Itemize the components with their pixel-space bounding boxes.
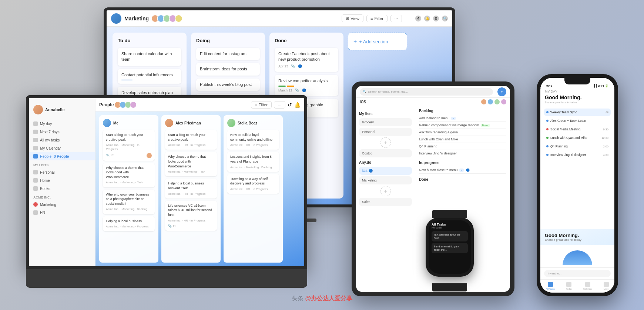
sidebar-item-hr[interactable]: HR xyxy=(29,209,95,217)
iphone-input-field[interactable]: I want to... xyxy=(544,270,611,277)
grid-icon[interactable]: ⊞ xyxy=(433,16,439,21)
refresh-icon[interactable]: ↺ xyxy=(288,102,292,108)
tab-all-tasks[interactable]: All Tasks xyxy=(546,282,555,290)
calendar-tab-icon xyxy=(585,282,590,287)
tab-calendar[interactable]: Calendar xyxy=(583,282,592,290)
tab-more[interactable]: More xyxy=(604,282,609,290)
sidebar-item-people[interactable]: People 0 People xyxy=(29,152,95,160)
laptop-kanban-card[interactable]: Helping a local business reinvent itself… xyxy=(165,179,217,198)
watch-title: All Tasks xyxy=(432,223,468,226)
laptop-screen: Annabelle My day Next 7 days All my task… xyxy=(26,95,307,269)
kanban-card[interactable]: Brainstorm ideas for posts xyxy=(196,63,260,75)
task-badge: × xyxy=(451,117,456,120)
tab-label: Today xyxy=(566,288,572,290)
sidebar-item-next7[interactable]: Next 7 days xyxy=(29,128,95,136)
ipad-task-item[interactable]: Ask Tom regarding Algeria xyxy=(419,129,506,136)
task-user-badge: 🔵 xyxy=(466,169,470,172)
laptop-kanban-card[interactable]: Start a blog to reach your creative peak… xyxy=(103,130,155,161)
iphone-greeting-section: Good Morning. Share a great task for tod… xyxy=(540,229,614,245)
laptop-device: Annabelle My day Next 7 days All my task… xyxy=(26,95,307,288)
sidebar-item-personal[interactable]: Personal xyxy=(29,168,95,176)
bell-icon[interactable]: 🔔 xyxy=(424,16,430,21)
watch-band-top xyxy=(432,210,467,218)
greeting-text: Good Morning. xyxy=(545,233,610,238)
ipad-task-item[interactable]: Interview Jing Yi designer xyxy=(419,150,506,157)
iphone-task-item[interactable]: Weekly Team Sync All xyxy=(544,109,611,116)
iphone-header: MY DAY Good Morning. Share a great task … xyxy=(540,88,614,106)
laptop-kanban-card[interactable]: Start a blog to reach your creative peak… xyxy=(165,130,217,150)
ipad-list-item-grocery[interactable]: Grocery xyxy=(359,118,412,126)
filter-btn[interactable]: ≡ Filter xyxy=(251,101,272,109)
iphone-task-item[interactable]: Alex Green + Tarek Loten xyxy=(544,117,611,124)
sidebar-item-myday[interactable]: My day xyxy=(29,120,95,128)
iphone-task-item[interactable]: Lunch with Cyan and Mike 12:30 xyxy=(544,134,611,141)
sidebar-item-home[interactable]: Home xyxy=(29,176,95,184)
laptop-kanban-card[interactable]: Traveling as a way of self-discovery and… xyxy=(227,174,279,194)
view-button[interactable]: ⊞ View xyxy=(342,14,363,22)
ipad-list-item-marketing[interactable]: Marketing xyxy=(359,176,412,184)
more-options-btn[interactable]: ··· xyxy=(274,101,285,109)
me-column: Me Start a blog to reach your creative p… xyxy=(99,115,158,263)
tab-today[interactable]: Today xyxy=(566,282,572,290)
laptop-kanban-card[interactable]: Lessons and insights from 8 years of Pla… xyxy=(227,152,279,171)
people-count-badge: 0 People xyxy=(54,154,69,159)
top-avatar-3 xyxy=(494,99,500,104)
add-anydo-button[interactable]: + xyxy=(380,186,391,196)
watch-subtitle: Personal xyxy=(432,226,468,229)
stella-name: Stella Boaz xyxy=(238,121,257,125)
sidebar-item-calendar[interactable]: My Calendar xyxy=(29,144,95,152)
kanban-card[interactable]: Share content calendar with team xyxy=(118,48,181,66)
sidebar-item-marketing[interactable]: Marketing xyxy=(29,200,95,209)
laptop-kanban-card[interactable]: Life sciences VC a16com raises $340 mill… xyxy=(165,201,217,231)
kanban-card[interactable]: Publish this week's blog post xyxy=(196,79,260,91)
ipad-task-item[interactable]: Lunch with Cyan and Mike xyxy=(419,136,506,143)
ipad-task-item[interactable]: Next button close to menu × 🔵 xyxy=(419,167,506,174)
me-name: Me xyxy=(113,121,118,125)
kanban-card[interactable]: Edit content for Instagram xyxy=(196,48,260,60)
marketing-dot-icon xyxy=(33,202,38,207)
more-button[interactable]: ··· xyxy=(390,15,402,22)
bell-icon-laptop[interactable]: 🔔 xyxy=(294,102,301,108)
task-badge: Done xyxy=(481,124,490,127)
search-icon[interactable]: 🔍 xyxy=(442,16,448,21)
ipad-add-button[interactable]: + xyxy=(497,87,506,96)
iphone-task-item[interactable]: Social Media Meeting 9:30 xyxy=(544,126,611,133)
sync-icon[interactable]: ↺ xyxy=(415,16,421,21)
kanban-card[interactable]: Create Facebook post about new product p… xyxy=(275,48,338,72)
iphone-task-item[interactable]: Q4 Planning 2:00 xyxy=(544,143,611,150)
books-icon xyxy=(33,186,38,191)
laptop-kanban-card[interactable]: Why choose a theme that looks good with … xyxy=(103,163,155,187)
backlog-title: Backlog xyxy=(419,109,506,113)
laptop-kanban-card[interactable]: Where to grow your business as a photogr… xyxy=(103,190,155,214)
add-section-button[interactable]: + + Add section xyxy=(348,33,407,50)
people-icon xyxy=(33,154,38,159)
ipad-task-item[interactable]: Q4 Planning xyxy=(419,143,506,150)
laptop-kanban-card[interactable]: Helping a local business Acme Inc. · Mar… xyxy=(103,216,155,231)
done-title: Done xyxy=(419,177,506,181)
ipad-task-item[interactable]: Rebuild component of ios merge random Do… xyxy=(419,122,506,129)
iphone-frame: 9:41 ▐▐ WiFi 🔋 MY DAY Good Morning. Shar… xyxy=(537,74,618,296)
watch-band-bottom xyxy=(432,283,467,291)
laptop-main-content: People ≡ Filter ··· ↺ 🔔 xyxy=(95,98,304,266)
backlog-section: Backlog Add Iceland to menu × Rebuild co… xyxy=(419,109,506,157)
iphone-task-item[interactable]: Interview Jing Yi designer 4:30 xyxy=(544,151,611,159)
ipad-task-item[interactable]: Add Iceland to menu × xyxy=(419,115,506,122)
ipad-list-item-personal[interactable]: Personal xyxy=(359,128,412,136)
kanban-card[interactable]: Review competitor analysis March 12 📎 🔵 xyxy=(275,75,338,96)
watch-task-item[interactable]: Talk with dad about the hotel xyxy=(432,231,468,241)
watch-task-item[interactable]: Send an email to park about the... xyxy=(432,243,468,253)
filter-button[interactable]: ≡ Filter xyxy=(366,15,388,22)
ipad-search-bar[interactable]: 🔍 Search for tasks, events, etc... xyxy=(360,88,493,96)
ipad-list-item-sales[interactable]: Sales xyxy=(359,198,412,206)
laptop-kanban-card[interactable]: How to build a loyal community online an… xyxy=(227,130,279,150)
laptop-kanban-card[interactable]: Why choose a theme that looks good with … xyxy=(165,152,217,176)
add-list-button[interactable]: + xyxy=(380,137,391,148)
sidebar-item-books[interactable]: Books xyxy=(29,184,95,193)
laptop-page-title: People xyxy=(99,102,114,107)
ipad-list-item-costco[interactable]: Costco xyxy=(359,149,412,157)
sidebar-item-alltasks[interactable]: All my tasks xyxy=(29,136,95,144)
ipad-list-item-ios[interactable]: iOS 🔵 xyxy=(359,167,412,175)
doing-column-title: Doing xyxy=(196,38,260,43)
kanban-card[interactable]: Contact potential influencers xyxy=(118,69,181,84)
monitor-user-avatar xyxy=(111,13,121,24)
